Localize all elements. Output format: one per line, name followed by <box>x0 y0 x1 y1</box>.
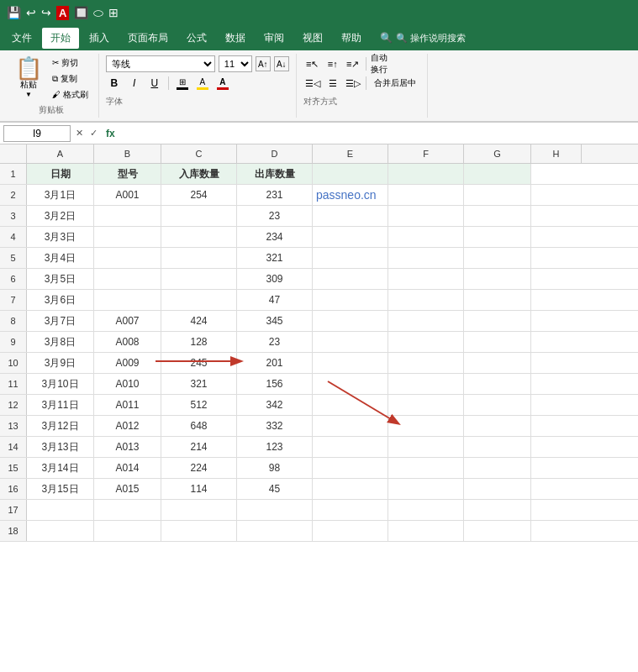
grid-cell[interactable]: 214 <box>161 437 237 457</box>
paste-button[interactable]: 📋 粘贴 ▼ <box>12 55 45 100</box>
grid-cell[interactable] <box>313 395 388 415</box>
grid-cell[interactable]: 424 <box>161 311 237 331</box>
grid-cell[interactable] <box>388 374 464 394</box>
grid-cell[interactable] <box>313 353 388 373</box>
grid-cell[interactable]: A008 <box>94 332 161 352</box>
menu-review[interactable]: 审阅 <box>256 28 293 49</box>
underline-button[interactable]: U <box>146 75 163 92</box>
grid-cell[interactable] <box>313 227 388 247</box>
menu-data[interactable]: 数据 <box>217 28 254 49</box>
grid-cell[interactable] <box>313 290 388 310</box>
grid-cell[interactable] <box>313 164 388 184</box>
grid-cell[interactable] <box>313 458 388 478</box>
row-header[interactable]: 13 <box>0 416 27 436</box>
grid-cell[interactable] <box>388 164 464 184</box>
grid-cell[interactable] <box>464 269 531 289</box>
grid-cell[interactable] <box>388 500 464 520</box>
grid-cell[interactable]: 512 <box>161 395 237 415</box>
grid-cell[interactable] <box>94 248 161 268</box>
grid-cell[interactable]: 321 <box>237 248 313 268</box>
grid-cell[interactable]: A009 <box>94 353 161 373</box>
grid-cell[interactable]: 114 <box>161 479 237 499</box>
row-header[interactable]: 15 <box>0 458 27 478</box>
bold-button[interactable]: B <box>106 75 123 92</box>
grid-cell[interactable] <box>464 437 531 457</box>
grid-cell[interactable] <box>464 290 531 310</box>
grid-cell[interactable]: 3月6日 <box>27 290 94 310</box>
grid-cell[interactable]: 224 <box>161 458 237 478</box>
row-header[interactable]: 17 <box>0 500 27 520</box>
col-header-e[interactable]: E <box>313 144 388 163</box>
grid-cell[interactable]: 3月10日 <box>27 374 94 394</box>
col-header-b[interactable]: B <box>94 144 161 163</box>
fill-color-button[interactable]: A <box>194 75 211 92</box>
grid-cell[interactable]: 47 <box>237 290 313 310</box>
align-left-button[interactable]: ☰◁ <box>303 75 322 92</box>
grid-cell[interactable] <box>464 500 531 520</box>
grid-cell[interactable] <box>313 332 388 352</box>
expand-icon[interactable]: ⊞ <box>108 6 119 19</box>
grid-cell[interactable] <box>313 479 388 499</box>
font-size-decrease-button[interactable]: A↓ <box>274 56 289 71</box>
grid-cell[interactable] <box>464 458 531 478</box>
menu-help[interactable]: 帮助 <box>333 28 370 49</box>
grid-cell[interactable] <box>464 311 531 331</box>
grid-cell[interactable] <box>313 521 388 541</box>
grid-cell[interactable] <box>27 521 94 541</box>
grid-cell[interactable] <box>464 227 531 247</box>
grid-cell[interactable]: 3月15日 <box>27 479 94 499</box>
copy-button[interactable]: ⧉ 复制 <box>49 71 92 87</box>
grid-cell[interactable] <box>161 500 237 520</box>
format-painter-button[interactable]: 🖌 格式刷 <box>49 87 92 102</box>
formula-collapse-icon[interactable]: ✕ <box>74 128 85 139</box>
grid-cell[interactable] <box>388 416 464 436</box>
grid-cell[interactable]: 234 <box>237 227 313 247</box>
font-color-button[interactable]: A <box>214 75 231 92</box>
grid-cell[interactable] <box>388 290 464 310</box>
grid-cell[interactable]: 3月2日 <box>27 206 94 226</box>
grid-cell[interactable] <box>464 164 531 184</box>
grid-cell[interactable]: 日期 <box>27 164 94 184</box>
grid-cell[interactable] <box>388 248 464 268</box>
row-header[interactable]: 4 <box>0 227 27 247</box>
grid-cell[interactable] <box>313 248 388 268</box>
grid-cell[interactable] <box>313 206 388 226</box>
italic-button[interactable]: I <box>126 75 143 92</box>
grid-cell[interactable]: 332 <box>237 416 313 436</box>
grid-cell[interactable] <box>388 479 464 499</box>
col-header-d[interactable]: D <box>237 144 313 163</box>
grid-cell[interactable] <box>161 290 237 310</box>
align-top-center-button[interactable]: ≡↑ <box>324 55 342 72</box>
grid-cell[interactable]: 3月4日 <box>27 248 94 268</box>
grid-cell[interactable]: 3月13日 <box>27 437 94 457</box>
grid-cell[interactable] <box>313 500 388 520</box>
grid-cell[interactable] <box>464 248 531 268</box>
grid-cell[interactable] <box>313 437 388 457</box>
grid-cell[interactable]: 98 <box>237 458 313 478</box>
grid-cell[interactable] <box>464 353 531 373</box>
grid-cell[interactable]: 123 <box>237 437 313 457</box>
grid-cell[interactable] <box>388 521 464 541</box>
grid-cell[interactable]: A012 <box>94 416 161 436</box>
grid-cell[interactable] <box>464 206 531 226</box>
grid-cell[interactable]: A001 <box>94 185 161 205</box>
grid-cell[interactable]: 156 <box>237 374 313 394</box>
col-header-a[interactable]: A <box>27 144 94 163</box>
row-header[interactable]: 1 <box>0 164 27 184</box>
grid-cell[interactable]: 3月3日 <box>27 227 94 247</box>
grid-cell[interactable]: A015 <box>94 479 161 499</box>
grid-cell[interactable]: 201 <box>237 353 313 373</box>
font-size-select[interactable]: 11 <box>219 55 252 72</box>
menu-page-layout[interactable]: 页面布局 <box>119 28 177 49</box>
grid-cell[interactable] <box>313 311 388 331</box>
grid-cell[interactable] <box>388 227 464 247</box>
grid-cell[interactable] <box>94 206 161 226</box>
menu-formula[interactable]: 公式 <box>178 28 215 49</box>
grid-cell[interactable]: 3月5日 <box>27 269 94 289</box>
grid-cell[interactable]: 23 <box>237 206 313 226</box>
grid-cell[interactable]: 3月14日 <box>27 458 94 478</box>
grid-cell[interactable]: 3月7日 <box>27 311 94 331</box>
grid-cell[interactable] <box>237 500 313 520</box>
font-size-increase-button[interactable]: A↑ <box>256 56 271 71</box>
grid-cell[interactable] <box>388 332 464 352</box>
